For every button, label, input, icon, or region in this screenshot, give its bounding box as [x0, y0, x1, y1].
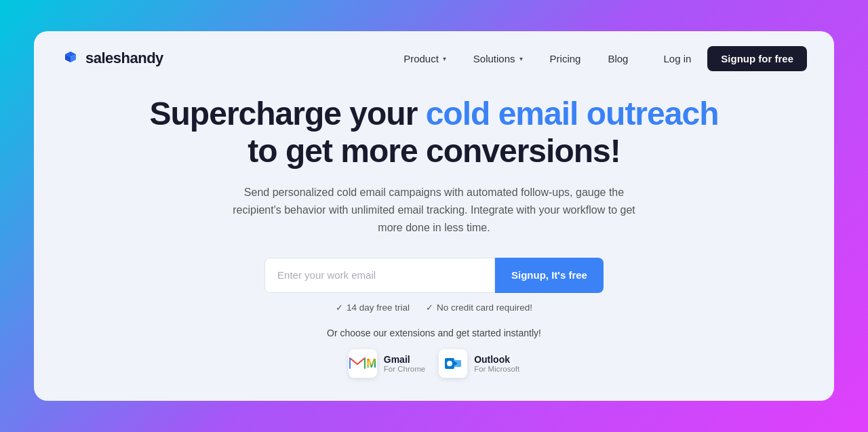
- email-input[interactable]: [264, 258, 495, 293]
- nav-solutions[interactable]: Solutions ▾: [462, 47, 534, 70]
- hero-subtitle: Send personalized cold email campaigns w…: [224, 184, 644, 237]
- gmail-text: Gmail For Chrome: [384, 354, 425, 373]
- extensions-label: Or choose our extensions and get started…: [327, 328, 541, 338]
- no-cc-item: ✓ No credit card required!: [426, 302, 532, 313]
- nav-blog[interactable]: Blog: [597, 47, 639, 70]
- nav-signup-button[interactable]: Signup for free: [707, 46, 807, 71]
- navbar: saleshandy Product ▾ Solutions ▾ Pricing…: [34, 31, 834, 85]
- signup-button[interactable]: Signup, It's free: [495, 258, 604, 293]
- main-card: saleshandy Product ▾ Solutions ▾ Pricing…: [34, 31, 834, 401]
- email-form: Signup, It's free: [264, 258, 604, 293]
- nav-links: Product ▾ Solutions ▾ Pricing Blog: [393, 47, 639, 70]
- gmail-svg: [349, 357, 366, 370]
- nav-product[interactable]: Product ▾: [393, 47, 457, 70]
- trial-item: ✓ 14 day free trial: [336, 302, 410, 313]
- chevron-down-icon: ▾: [519, 55, 523, 62]
- outlook-icon: [439, 349, 467, 378]
- check-icon: ✓: [336, 302, 343, 313]
- extensions-row: M Gmail For Chrome Outlook: [349, 349, 519, 378]
- nav-pricing[interactable]: Pricing: [539, 47, 592, 70]
- outlook-extension[interactable]: Outlook For Microsoft: [439, 349, 519, 378]
- hero-section: Supercharge your cold email outreach to …: [34, 85, 834, 401]
- chevron-down-icon: ▾: [443, 55, 446, 62]
- trial-info: ✓ 14 day free trial ✓ No credit card req…: [336, 302, 532, 313]
- gmail-extension[interactable]: M Gmail For Chrome: [349, 349, 425, 378]
- svg-rect-0: [349, 358, 351, 369]
- login-button[interactable]: Log in: [652, 47, 702, 70]
- outlook-text: Outlook For Microsoft: [474, 354, 519, 373]
- svg-point-3: [447, 361, 452, 366]
- hero-title: Supercharge your cold email outreach to …: [150, 95, 719, 170]
- check-icon: ✓: [426, 302, 433, 313]
- logo[interactable]: saleshandy: [61, 49, 163, 68]
- gmail-icon: M: [349, 349, 377, 378]
- logo-text: saleshandy: [85, 50, 163, 67]
- svg-rect-1: [364, 358, 366, 369]
- logo-icon: [61, 49, 80, 68]
- outlook-svg: [444, 355, 462, 372]
